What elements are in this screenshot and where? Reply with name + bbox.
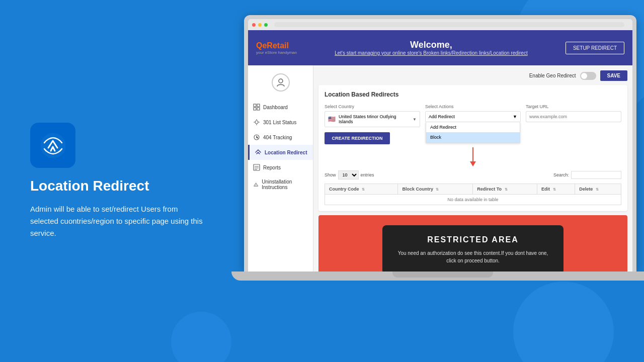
browser-address-bar [274,22,624,27]
card-title: Location Based Redirects [325,91,621,98]
no-data-cell: No data available in table [325,195,621,205]
app-body: Dashboard 301 List Status [248,65,632,272]
main-content: Enable Geo Redirect SAVE Location Based … [313,65,632,272]
col-block-country: Block Country ⇅ [398,184,473,195]
sort-icon-edit: ⇅ [553,188,556,192]
app-logo: QeRetail your eStore handyman [256,41,297,55]
welcome-subtitle-link: Broken links/Redirection links/Location … [423,50,527,56]
sidebar-label-301: 301 List Status [263,120,296,125]
sidebar-label-location-redirect: Location Redirect [265,150,307,155]
target-url-input[interactable] [526,111,621,122]
left-description: Admin will be able to set/redirect Users… [30,203,206,239]
svg-rect-2 [254,104,256,107]
country-select[interactable]: 🇺🇲 United States Minor Outlying Islands … [325,111,420,127]
sidebar-item-301[interactable]: 301 List Status [248,115,313,130]
sort-icon-cc: ⇅ [362,188,365,192]
sort-icon-del: ⇅ [596,188,599,192]
logo-subtitle: your eStore handyman [256,50,297,55]
browser-dot-red [252,23,256,27]
sort-icon-bc: ⇅ [436,188,439,192]
welcome-subtitle-pre: Let's start managing your online store's [335,50,423,56]
col-country-code: Country Code ⇅ [325,184,398,195]
country-select-arrow: ▼ [413,117,417,122]
save-button[interactable]: SAVE [600,70,628,81]
user-avatar [272,73,290,92]
laptop-base-inner [392,272,493,278]
geo-toggle-switch[interactable] [580,72,596,80]
arrow-indicator [325,147,621,166]
grid-icon [253,104,260,111]
logo-prefix: Qe [256,41,267,50]
actions-select-main: Add Redirect ▼ [426,112,520,122]
entries-label: entries [361,172,374,177]
redirect-icon [39,132,67,159]
settings-icon [253,119,260,126]
svg-rect-4 [254,108,256,110]
user-icon [276,77,286,87]
sort-icon-rt: ⇅ [505,188,508,192]
welcome-title: Welcome, [297,40,566,50]
sidebar-item-dashboard[interactable]: Dashboard [248,100,313,115]
dropdown-block[interactable]: Block [426,132,520,142]
dropdown-add-redirect[interactable]: Add Redirect [426,122,520,132]
table-controls: Show 10 25 50 entries Search: [325,170,621,179]
country-label: Select Country [325,104,420,109]
geo-toggle-label: Enable Geo Redirect [529,73,576,78]
col-redirect-to: Redirect To ⇅ [473,184,537,195]
actions-select[interactable]: Add Redirect ▼ Add Redirect Block [425,111,521,122]
actions-arrow: ▼ [513,114,517,119]
setup-redirect-button[interactable]: SETUP REDIRECT [566,42,624,54]
laptop-frame: QeRetail your eStore handyman Welcome, L… [244,15,636,272]
table-no-data-row: No data available in table [325,195,621,205]
show-entries: Show 10 25 50 entries [325,170,374,179]
laptop-base [231,272,644,281]
uninstall-icon [253,181,259,188]
laptop-screen: QeRetail your eStore handyman Welcome, L… [248,19,632,272]
table-search-input[interactable] [571,171,621,179]
restricted-inner: RESTRICTED AREA You need an authorizatio… [382,225,564,272]
header-center: Welcome, Let's start managing your onlin… [297,40,566,56]
sidebar-item-location-redirect[interactable]: Location Redirect [248,145,313,160]
sidebar-item-404[interactable]: 404 Tracking [248,130,313,145]
location-redirects-card: Location Based Redirects Select Country … [318,85,627,211]
entries-select[interactable]: 10 25 50 [338,170,359,179]
sidebar-label-uninstall: Uninstallation Instructions [262,179,308,190]
product-logo-icon [30,123,75,168]
left-title: Location Redirect [30,178,206,194]
geo-toggle-bar: Enable Geo Redirect SAVE [318,70,627,81]
browser-dot-green [264,23,268,27]
sidebar: Dashboard 301 List Status [248,65,313,272]
actions-form-group: Select Actions Add Redirect ▼ Add Redire… [425,104,521,122]
restricted-title: RESTRICTED AREA [397,235,548,244]
sidebar-item-uninstall[interactable]: Uninstallation Instructions [248,175,313,194]
restricted-area: RESTRICTED AREA You need an authorizatio… [318,215,627,272]
sidebar-label-reports: Reports [263,165,281,170]
form-row: Select Country 🇺🇲 United States Minor Ou… [325,104,621,127]
us-flag: 🇺🇲 [328,116,336,123]
reports-icon [253,164,260,171]
sidebar-item-reports[interactable]: Reports [248,160,313,175]
create-redirection-button[interactable]: CREATE REDIRECTION [325,132,390,144]
tracking-icon [253,134,260,141]
laptop-container: QeRetail your eStore handyman Welcome, L… [231,15,644,347]
toggle-knob [581,73,587,79]
show-label: Show [325,172,336,177]
sidebar-label-404: 404 Tracking [263,135,292,140]
welcome-subtitle: Let's start managing your online store's… [297,50,566,56]
svg-point-13 [256,186,256,186]
target-url-label: Target URL [526,104,621,109]
app-header: QeRetail your eStore handyman Welcome, L… [248,30,632,65]
browser-bar [248,19,632,30]
arrow-line [472,147,473,161]
svg-point-6 [255,121,258,124]
country-value: United States Minor Outlying Islands [339,114,410,124]
sidebar-label-dashboard: Dashboard [263,105,288,110]
data-table: Country Code ⇅ Block Country ⇅ Redirect … [325,184,621,205]
left-panel: Location Redirect Admin will be able to … [20,0,216,362]
browser-dot-yellow [258,23,262,27]
svg-rect-5 [257,108,260,110]
search-bar: Search: [553,171,621,179]
actions-selected-value: Add Redirect [429,114,455,119]
restricted-text: You need an authorization do see this co… [397,249,548,264]
target-url-form-group: Target URL [526,104,621,122]
